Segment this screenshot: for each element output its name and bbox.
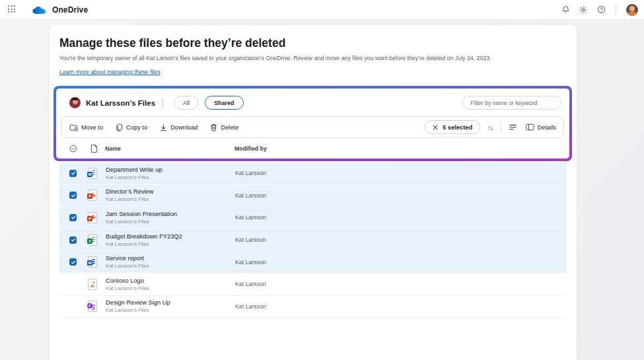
file-name[interactable]: Director’s Review bbox=[106, 188, 235, 195]
file-row[interactable]: WDepartment Write upKat Larsson’s FilesK… bbox=[59, 162, 567, 185]
file-name[interactable]: Design Review Sign Up bbox=[106, 299, 235, 306]
file-modified-by: Kat Larsson bbox=[235, 192, 266, 199]
details-pane-button[interactable]: Details bbox=[526, 124, 556, 131]
file-name[interactable]: Department Write up bbox=[106, 166, 235, 173]
file-location: Kat Larsson’s Files bbox=[106, 285, 235, 291]
file-row[interactable]: PJam Session PresentationKat Larsson’s F… bbox=[59, 207, 567, 229]
move-to-button[interactable]: Move to bbox=[69, 124, 103, 131]
move-to-label: Move to bbox=[81, 124, 103, 131]
top-app-bar: OneDrive bbox=[0, 0, 644, 20]
file-location: Kat Larsson’s Files bbox=[106, 307, 235, 313]
main-content-card: Manage these files before they’re delete… bbox=[50, 25, 577, 360]
download-label: Download bbox=[170, 124, 197, 131]
topbar-divider bbox=[616, 5, 616, 15]
owner-avatar bbox=[69, 97, 81, 108]
file-modified-by: Kat Larsson bbox=[235, 236, 266, 243]
notifications-bell-icon[interactable] bbox=[561, 5, 570, 15]
forms-file-icon: F bbox=[87, 301, 98, 312]
file-row[interactable]: Contoso LogoKat Larsson’s FilesKat Larss… bbox=[59, 273, 567, 296]
file-type-column-icon bbox=[90, 144, 99, 153]
selected-count-label: 5 selected bbox=[443, 124, 472, 131]
file-modified-by: Kat Larsson bbox=[235, 303, 266, 310]
word-file-icon: W bbox=[87, 168, 98, 179]
file-modified-by: Kat Larsson bbox=[235, 259, 266, 266]
clear-selection-button[interactable]: 5 selected bbox=[425, 120, 480, 134]
file-row[interactable]: PDirector’s ReviewKat Larsson’s FilesKat… bbox=[59, 185, 567, 207]
file-list: WDepartment Write upKat Larsson’s FilesK… bbox=[59, 162, 567, 318]
copy-icon bbox=[116, 124, 123, 131]
word-file-icon: W bbox=[87, 256, 98, 268]
file-location: Kat Larsson’s Files bbox=[106, 219, 235, 225]
select-all-icon[interactable] bbox=[69, 145, 77, 153]
delete-button[interactable]: Delete bbox=[210, 124, 238, 131]
file-name[interactable]: Jam Session Presentation bbox=[106, 211, 235, 217]
files-header: Kat Larsson’s Files All Shared bbox=[61, 92, 564, 116]
file-row[interactable]: WService reportKat Larsson’s FilesKat La… bbox=[59, 251, 567, 273]
download-button[interactable]: Download bbox=[160, 124, 197, 131]
row-checkbox[interactable] bbox=[69, 258, 77, 266]
powerpoint-file-icon: P bbox=[87, 190, 98, 201]
file-location: Kat Larsson’s Files bbox=[106, 196, 235, 202]
file-modified-by: Kat Larsson bbox=[235, 214, 266, 221]
file-name[interactable]: Budget Breakdown FY23Q2 bbox=[106, 233, 235, 240]
excel-file-icon: X bbox=[87, 234, 98, 246]
page-description: You’re the temporary owner of all Kat La… bbox=[59, 55, 567, 61]
details-panel-icon bbox=[526, 124, 534, 131]
app-launcher-icon[interactable] bbox=[8, 5, 17, 14]
owner-files-title: Kat Larsson’s Files bbox=[86, 99, 155, 107]
row-checkbox[interactable] bbox=[69, 281, 77, 288]
row-checkbox[interactable] bbox=[69, 214, 77, 221]
header-divider bbox=[162, 98, 163, 108]
file-modified-by: Kat Larsson bbox=[235, 170, 266, 176]
details-label: Details bbox=[538, 124, 556, 131]
image-file-icon bbox=[87, 279, 98, 290]
powerpoint-file-icon: P bbox=[87, 212, 98, 223]
filter-shared-button[interactable]: Shared bbox=[205, 96, 244, 110]
page-title: Manage these files before they’re delete… bbox=[59, 36, 567, 50]
download-icon bbox=[160, 124, 167, 131]
column-name[interactable]: Name bbox=[105, 145, 234, 152]
learn-more-link[interactable]: Learn more about managing these files bbox=[59, 69, 161, 75]
trash-icon bbox=[210, 124, 217, 131]
delete-label: Delete bbox=[221, 124, 238, 131]
highlighted-region: Kat Larsson’s Files All Shared Move to C… bbox=[54, 86, 572, 161]
file-location: Kat Larsson’s Files bbox=[106, 241, 235, 247]
copy-to-button[interactable]: Copy to bbox=[116, 124, 147, 131]
table-header: Name Modified by bbox=[61, 138, 564, 159]
app-title: OneDrive bbox=[52, 5, 88, 15]
settings-gear-icon[interactable] bbox=[579, 5, 588, 15]
sort-arrows-icon[interactable]: ↑↓ bbox=[487, 124, 493, 131]
filter-all-button[interactable]: All bbox=[174, 96, 199, 110]
onedrive-logo-icon[interactable] bbox=[32, 5, 48, 15]
command-toolbar: Move to Copy to Download Delete bbox=[61, 116, 564, 138]
file-location: Kat Larsson’s Files bbox=[106, 263, 235, 269]
file-name[interactable]: Service report bbox=[106, 255, 235, 262]
row-checkbox[interactable] bbox=[69, 192, 77, 199]
help-icon[interactable] bbox=[596, 5, 606, 15]
copy-to-label: Copy to bbox=[126, 124, 147, 131]
dismiss-x-icon bbox=[433, 125, 438, 130]
file-row[interactable]: XBudget Breakdown FY23Q2Kat Larsson’s Fi… bbox=[59, 229, 567, 252]
file-location: Kat Larsson’s Files bbox=[106, 174, 235, 180]
file-row[interactable]: FDesign Review Sign UpKat Larsson’s File… bbox=[59, 296, 567, 318]
column-modified-by[interactable]: Modified by bbox=[234, 145, 267, 152]
view-options-icon[interactable] bbox=[509, 124, 517, 131]
row-checkbox[interactable] bbox=[69, 170, 77, 177]
filter-search-input[interactable] bbox=[462, 96, 561, 110]
account-avatar[interactable] bbox=[626, 4, 638, 16]
row-checkbox[interactable] bbox=[69, 236, 77, 244]
file-modified-by: Kat Larsson bbox=[235, 281, 266, 287]
row-checkbox[interactable] bbox=[69, 303, 77, 310]
toolbar-divider bbox=[501, 123, 501, 132]
file-name[interactable]: Contoso Logo bbox=[106, 277, 235, 284]
move-to-folder-icon bbox=[69, 124, 78, 131]
